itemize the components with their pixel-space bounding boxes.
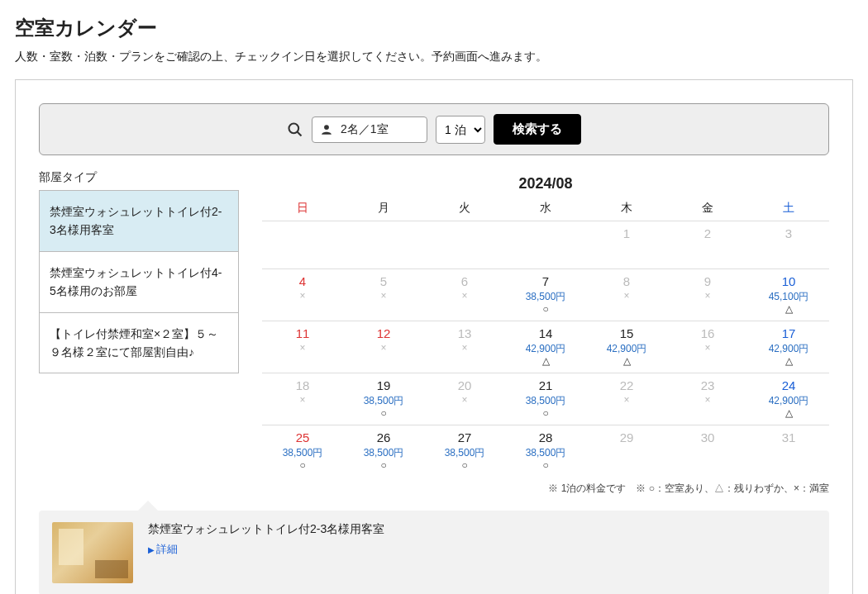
calendar-dow: 月	[343, 196, 424, 221]
calendar-dow: 金	[667, 196, 748, 221]
room-thumbnail	[52, 522, 133, 583]
page-subtitle: 人数・室数・泊数・プランをご確認の上、チェックイン日を選択してください。予約画面…	[15, 50, 853, 64]
calendar-cell[interactable]: 1542,900円△	[586, 321, 667, 373]
room-type-sidebar: 部屋タイプ 禁煙室ウォシュレットトイレ付2-3名様用客室禁煙室ウォシュレットトイ…	[39, 170, 239, 496]
calendar-cell: 12×	[343, 321, 424, 373]
calendar-cell: 3	[748, 221, 829, 269]
calendar-cell: 6×	[424, 269, 505, 321]
search-button[interactable]: 検索する	[494, 114, 581, 145]
svg-point-0	[289, 123, 299, 133]
room-detail-title: 禁煙室ウォシュレットトイレ付2-3名様用客室	[148, 522, 384, 537]
svg-line-1	[298, 131, 302, 135]
room-detail-link[interactable]: 詳細	[148, 542, 384, 557]
sidebar-title: 部屋タイプ	[39, 170, 239, 185]
calendar-cell: 1	[586, 221, 667, 269]
calendar-cell[interactable]: 1045,100円△	[748, 269, 829, 321]
calendar-cell[interactable]: 2138,500円○	[505, 373, 586, 425]
calendar-dow: 水	[505, 196, 586, 221]
calendar-cell[interactable]: 2538,500円○	[262, 425, 343, 478]
person-icon	[321, 124, 332, 135]
calendar-cell[interactable]: 2838,500円○	[505, 425, 586, 478]
room-type-list: 禁煙室ウォシュレットトイレ付2-3名様用客室禁煙室ウォシュレットトイレ付4-5名…	[39, 190, 239, 373]
svg-point-2	[324, 125, 329, 130]
calendar-cell: 31	[748, 425, 829, 478]
calendar-cell[interactable]: 2638,500円○	[343, 425, 424, 478]
nights-select[interactable]: 1 泊	[436, 116, 485, 144]
calendar-cell	[505, 221, 586, 269]
calendar-cell	[424, 221, 505, 269]
calendar-cell: 22×	[586, 373, 667, 425]
calendar-cell: 13×	[424, 321, 505, 373]
calendar-dow: 火	[424, 196, 505, 221]
calendar-cell: 16×	[667, 321, 748, 373]
calendar-dow: 土	[748, 196, 829, 221]
calendar-cell[interactable]: 1742,900円△	[748, 321, 829, 373]
calendar-cell: 5×	[343, 269, 424, 321]
room-type-item[interactable]: 禁煙室ウォシュレットトイレ付4-5名様用のお部屋	[40, 252, 238, 313]
page-title: 空室カレンダー	[15, 15, 853, 41]
calendar-table: 日月火水木金土 1234×5×6×738,500円○8×9×1045,100円△…	[262, 196, 829, 477]
guest-selector[interactable]: 2名／1室	[312, 116, 427, 143]
calendar-cell[interactable]: 1442,900円△	[505, 321, 586, 373]
calendar-cell: 30	[667, 425, 748, 478]
availability-card: 2名／1室 1 泊 検索する 部屋タイプ 禁煙室ウォシュレットトイレ付2-3名様…	[15, 79, 853, 594]
calendar-cell: 4×	[262, 269, 343, 321]
calendar-cell[interactable]: 2442,900円△	[748, 373, 829, 425]
calendar: 2024/08 日月火水木金土 1234×5×6×738,500円○8×9×10…	[262, 170, 829, 496]
search-bar: 2名／1室 1 泊 検索する	[39, 103, 829, 155]
calendar-month: 2024/08	[262, 170, 829, 196]
search-icon	[287, 121, 303, 138]
calendar-cell	[343, 221, 424, 269]
room-type-item[interactable]: 【トイレ付禁煙和室×２室】５～９名様２室にて部屋割自由♪	[40, 313, 238, 373]
calendar-cell: 9×	[667, 269, 748, 321]
calendar-cell[interactable]: 2738,500円○	[424, 425, 505, 478]
calendar-cell[interactable]: 1938,500円○	[343, 373, 424, 425]
calendar-cell: 23×	[667, 373, 748, 425]
calendar-cell: 29	[586, 425, 667, 478]
calendar-cell: 8×	[586, 269, 667, 321]
guest-value: 2名／1室	[341, 122, 389, 137]
calendar-cell: 11×	[262, 321, 343, 373]
room-type-item[interactable]: 禁煙室ウォシュレットトイレ付2-3名様用客室	[40, 191, 238, 252]
calendar-dow: 日	[262, 196, 343, 221]
calendar-cell: 20×	[424, 373, 505, 425]
calendar-cell: 2	[667, 221, 748, 269]
calendar-legend: ※ 1泊の料金です ※ ○：空室あり、△：残りわずか、×：満室	[262, 482, 829, 496]
calendar-cell[interactable]: 738,500円○	[505, 269, 586, 321]
room-detail-panel: 禁煙室ウォシュレットトイレ付2-3名様用客室 詳細	[39, 511, 829, 594]
calendar-cell	[262, 221, 343, 269]
calendar-dow: 木	[586, 196, 667, 221]
calendar-cell: 18×	[262, 373, 343, 425]
